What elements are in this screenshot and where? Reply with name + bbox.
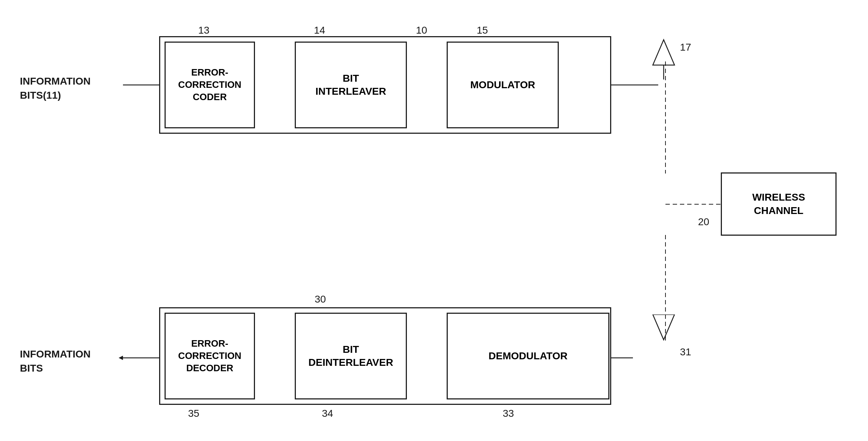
ref-33: 33: [503, 408, 514, 419]
ref-30: 30: [315, 294, 326, 305]
modulator-block: MODULATOR: [447, 42, 559, 128]
wireless-channel-block: WIRELESSCHANNEL: [721, 172, 837, 236]
ref-10: 10: [416, 25, 427, 36]
rx-antenna-svg: [649, 314, 678, 358]
tx-antenna-svg: [649, 36, 678, 80]
error-correction-decoder-block: ERROR-CORRECTIONDECODER: [165, 313, 255, 399]
ref-14: 14: [314, 25, 325, 36]
ref-35: 35: [188, 408, 199, 419]
svg-marker-21: [653, 314, 675, 340]
ref-17: 17: [680, 42, 691, 53]
diagram-container: 10 INFORMATIONBITS(11) 13 ERROR-CORRECTI…: [0, 0, 868, 441]
ref-31: 31: [680, 346, 691, 358]
ref-15: 15: [477, 25, 488, 36]
svg-marker-18: [653, 40, 675, 65]
bit-deinterleaver-block: BITDEINTERLEAVER: [295, 313, 407, 399]
ref-34: 34: [322, 408, 333, 419]
svg-marker-17: [119, 356, 123, 360]
info-bits-tx-label: INFORMATIONBITS(11): [20, 74, 90, 102]
ref-20: 20: [698, 216, 709, 228]
ref-13: 13: [198, 25, 209, 36]
error-correction-coder-block: ERROR-CORRECTIONCODER: [165, 42, 255, 128]
bit-interleaver-block: BITINTERLEAVER: [295, 42, 407, 128]
info-bits-rx-label: INFORMATIONBITS: [20, 347, 90, 375]
demodulator-block: DEMODULATOR: [447, 313, 609, 399]
